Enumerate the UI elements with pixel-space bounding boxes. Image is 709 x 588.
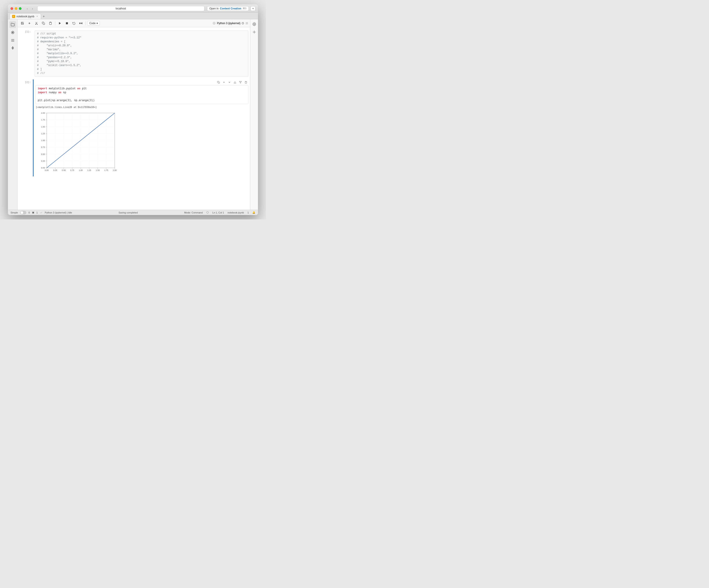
delete-cell-button[interactable] <box>243 80 248 85</box>
simple-toggle[interactable] <box>20 211 26 214</box>
svg-marker-15 <box>79 22 80 24</box>
forward-button[interactable]: › <box>30 6 35 11</box>
cell-2: [2]: <box>18 79 250 177</box>
run-button[interactable] <box>57 21 63 26</box>
keyboard-shortcut: ⌘0 <box>243 7 246 10</box>
svg-text:0.75: 0.75 <box>70 169 74 171</box>
cut-button[interactable] <box>33 21 40 26</box>
sidebar-puzzle-icon[interactable] <box>9 45 16 52</box>
toolbar: Code ▾ Python 3 (ipykernel) <box>18 19 250 27</box>
cell-1-input[interactable]: # /// script # requires-python = ">=3.12… <box>35 30 248 77</box>
download-cell-button[interactable] <box>233 80 237 85</box>
svg-point-18 <box>214 23 215 24</box>
statusbar: Simple 0 ▣ 1 Python 3 (ipykernel) | Idle… <box>8 210 258 215</box>
paste-button[interactable] <box>47 21 54 26</box>
svg-text:1.50: 1.50 <box>96 169 100 171</box>
num-status: 1 <box>247 211 249 214</box>
cell-type-label: Code <box>89 22 96 25</box>
svg-text:2.00: 2.00 <box>41 112 45 114</box>
new-tab-button[interactable]: + <box>41 14 46 19</box>
add-cell-button[interactable] <box>26 21 32 26</box>
svg-text:1.00: 1.00 <box>41 139 45 142</box>
svg-marker-16 <box>81 22 82 24</box>
cell-type-selector[interactable]: Code ▾ <box>87 21 100 26</box>
titlebar-right: Open in Content Creation ⌘0 ▾ <box>207 6 256 11</box>
tabbar: N notebook.ipynb × + <box>8 13 258 19</box>
maximize-button[interactable] <box>19 7 22 10</box>
cell-2-input[interactable]: import matplotlib.pyplot as plt import n… <box>35 85 248 104</box>
copy-button[interactable] <box>41 21 47 26</box>
notebook-area: [1]: # /// script # requires-python = ">… <box>18 27 250 210</box>
close-button[interactable] <box>10 7 13 10</box>
nav-buttons: ‹ › <box>25 6 35 11</box>
move-up-button[interactable] <box>221 80 227 85</box>
cell-2-output-text: [<matplotlib.lines.Line2D at 0x117830a10… <box>33 105 250 109</box>
cell-2-body: import matplotlib.pyplot as plt import n… <box>33 79 250 176</box>
svg-point-83 <box>254 24 255 25</box>
svg-text:0.75: 0.75 <box>41 146 45 148</box>
sidebar-record-icon[interactable] <box>9 29 16 36</box>
plot-container: 0.00 0.25 0.50 0.75 1.00 1.25 1.50 1.75 <box>33 111 250 175</box>
kw-as-2: as <box>58 91 61 94</box>
content-creation-label: Content Creation <box>220 7 241 10</box>
cell-count: 0 <box>28 211 30 214</box>
minimize-button[interactable] <box>15 7 17 10</box>
kernel-indicator <box>242 22 244 24</box>
notebook-tab[interactable]: N notebook.ipynb × <box>10 14 41 19</box>
restart-button[interactable] <box>71 21 77 26</box>
fast-forward-button[interactable] <box>78 21 84 26</box>
cell-icon: ▣ <box>32 211 34 214</box>
separator-1 <box>55 21 55 25</box>
address-bar[interactable]: localhost <box>37 6 205 11</box>
svg-rect-11 <box>43 23 45 25</box>
svg-point-1 <box>12 32 13 33</box>
kw-import-1: import <box>38 87 47 90</box>
kernel-menu-icon[interactable] <box>245 22 248 25</box>
status-check-icon <box>40 211 43 214</box>
svg-text:0.50: 0.50 <box>41 153 45 155</box>
status-left: Simple 0 ▣ 1 Python 3 (ipykernel) | Idle <box>10 211 72 214</box>
address-text: localhost <box>115 7 126 10</box>
notebook-content: [1]: # /// script # requires-python = ">… <box>18 27 250 210</box>
filter-cell-button[interactable] <box>238 80 243 85</box>
move-down-button[interactable] <box>227 80 232 85</box>
svg-text:1.25: 1.25 <box>41 132 45 135</box>
kw-import-2: import <box>38 91 47 94</box>
svg-text:1.75: 1.75 <box>104 169 108 171</box>
cell-number-badge: 1 <box>36 211 38 214</box>
save-button[interactable] <box>19 21 25 26</box>
svg-text:1.75: 1.75 <box>41 119 45 121</box>
code-comment-1: # /// script # requires-python = ">=3.12… <box>37 32 81 75</box>
svg-text:1.25: 1.25 <box>87 169 91 171</box>
cell-1: [1]: # /// script # requires-python = ">… <box>18 29 250 78</box>
matplotlib-plot: 0.00 0.25 0.50 0.75 1.00 1.25 1.50 1.75 <box>36 111 119 174</box>
properties-icon[interactable] <box>251 29 257 35</box>
kw-as-1: as <box>77 87 80 90</box>
svg-text:0.00: 0.00 <box>45 169 49 171</box>
tab-close-button[interactable]: × <box>35 15 38 18</box>
svg-text:1.00: 1.00 <box>79 169 83 171</box>
sidebar-folder-icon[interactable] <box>9 21 16 28</box>
jupyter-window: ‹ › localhost Open in Content Creation ⌘… <box>8 4 258 215</box>
open-in-button[interactable]: Open in Content Creation ⌘0 <box>207 6 249 11</box>
cell-type-arrow: ▾ <box>97 22 98 25</box>
settings-icon[interactable] <box>251 21 257 27</box>
cell-1-body[interactable]: # /// script # requires-python = ">=3.12… <box>33 29 250 78</box>
stop-button[interactable] <box>64 21 70 26</box>
mode-command: Mode: Command <box>184 211 203 214</box>
toggle-knob <box>21 211 23 214</box>
tab-label: notebook.ipynb <box>17 15 34 18</box>
dropdown-button[interactable]: ▾ <box>251 6 255 11</box>
svg-text:1.50: 1.50 <box>41 126 45 128</box>
cell-2-output: [<matplotlib.lines.Line2D at 0x117830a10… <box>33 105 250 175</box>
kernel-icon <box>213 22 216 25</box>
svg-rect-14 <box>66 22 68 24</box>
copy-cell-button[interactable] <box>216 80 221 85</box>
sidebar-list-icon[interactable] <box>9 37 16 44</box>
main-area: Code ▾ Python 3 (ipykernel) <box>8 19 258 210</box>
back-button[interactable]: ‹ <box>25 6 29 11</box>
separator-2 <box>85 21 86 25</box>
cell-1-number: [1]: <box>18 29 33 78</box>
cursor-position: Ln 1, Col 1 <box>212 211 224 214</box>
titlebar: ‹ › localhost Open in Content Creation ⌘… <box>8 4 258 13</box>
